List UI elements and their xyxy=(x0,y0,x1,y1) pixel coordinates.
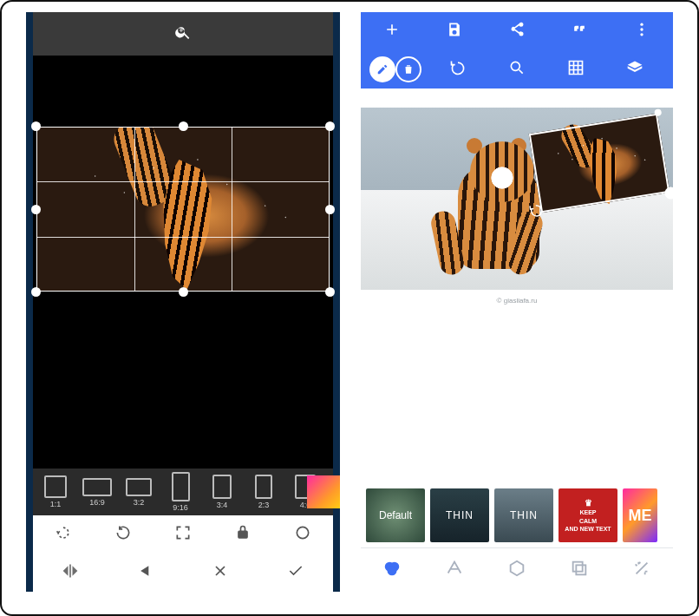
rotate-cw-icon[interactable] xyxy=(114,524,132,545)
preset-strip: Default THIN THIN ♛ KEEP CALM AND NEW TE… xyxy=(361,483,673,547)
rotate-ccw-icon[interactable] xyxy=(55,524,72,545)
crop-handle[interactable] xyxy=(31,287,41,297)
svg-point-0 xyxy=(297,527,309,538)
tab-magic[interactable] xyxy=(632,559,651,581)
ratio-option[interactable]: 3:2 xyxy=(120,478,158,507)
ratio-option[interactable]: 1:1 xyxy=(36,475,75,508)
ratio-extra-peek[interactable] xyxy=(307,475,340,508)
svg-point-1 xyxy=(640,23,643,26)
layers-icon[interactable] xyxy=(626,59,643,80)
watermark-text: © giasliafa.ru xyxy=(361,297,673,305)
share-icon[interactable] xyxy=(508,21,526,42)
cancel-button[interactable] xyxy=(212,562,229,583)
fullscreen-icon[interactable] xyxy=(174,524,192,545)
lock-icon[interactable] xyxy=(234,524,252,545)
svg-point-2 xyxy=(640,28,643,30)
shape-circle-icon[interactable] xyxy=(294,524,311,545)
flip-horizontal-icon[interactable] xyxy=(62,562,79,583)
svg-rect-8 xyxy=(573,562,583,572)
editor-canvas[interactable]: © giasliafa.ru xyxy=(361,88,673,483)
grid-icon[interactable] xyxy=(567,59,585,80)
crop-action-row xyxy=(33,554,333,592)
delete-icon[interactable] xyxy=(395,56,421,82)
right-top-toolbar xyxy=(361,12,673,50)
ratio-option[interactable]: 3:4 xyxy=(203,475,241,509)
aspect-ratio-strip: 1:1 16:9 3:2 9:16 3:4 2:3 4:6 xyxy=(33,469,333,515)
tab-filters[interactable] xyxy=(382,559,402,581)
tab-layers[interactable] xyxy=(570,559,589,581)
svg-point-3 xyxy=(640,33,643,36)
crop-handle[interactable] xyxy=(325,287,335,297)
zoom-icon[interactable] xyxy=(508,59,526,80)
confirm-button[interactable] xyxy=(287,562,304,583)
ratio-option[interactable]: 2:3 xyxy=(245,475,283,509)
crop-handle[interactable] xyxy=(325,205,335,214)
edit-mode-icon[interactable] xyxy=(369,56,395,82)
preset-item[interactable]: THIN xyxy=(430,488,489,542)
crop-handle[interactable] xyxy=(31,205,41,214)
save-icon[interactable] xyxy=(446,21,463,42)
preset-item[interactable]: ♛ KEEP CALM AND NEW TEXT xyxy=(559,488,617,542)
undo-icon[interactable] xyxy=(449,59,467,80)
tab-shape[interactable] xyxy=(507,559,526,581)
preset-item-peek[interactable]: ME xyxy=(623,488,657,542)
ratio-option[interactable]: 16:9 xyxy=(78,478,116,507)
svg-point-4 xyxy=(511,62,519,70)
crop-handle[interactable] xyxy=(179,287,188,297)
preset-item[interactable]: THIN xyxy=(494,488,553,542)
zoom-in-icon[interactable] xyxy=(174,23,192,44)
overlay-rotate-handle[interactable] xyxy=(527,202,545,220)
overflow-menu-icon[interactable] xyxy=(633,21,650,42)
screenshot: 1:1 16:9 3:2 9:16 3:4 2:3 4:6 xyxy=(0,0,699,616)
bottom-tabbar xyxy=(361,547,673,592)
crop-handle[interactable] xyxy=(325,121,335,131)
quote-icon[interactable] xyxy=(571,21,588,42)
crop-canvas[interactable] xyxy=(33,56,333,469)
ratio-option[interactable]: 9:16 xyxy=(161,472,199,512)
left-top-bar xyxy=(33,12,333,56)
crop-handle[interactable] xyxy=(31,121,41,131)
preset-item[interactable]: Default xyxy=(366,488,425,542)
crown-icon: ♛ xyxy=(585,498,592,508)
svg-rect-9 xyxy=(576,565,585,574)
right-sub-toolbar xyxy=(361,50,673,88)
tab-text[interactable] xyxy=(445,559,464,581)
svg-point-7 xyxy=(388,567,395,574)
add-icon[interactable] xyxy=(383,21,401,42)
left-app-frame: 1:1 16:9 3:2 9:16 3:4 2:3 4:6 xyxy=(26,12,340,592)
crop-handle[interactable] xyxy=(179,121,188,131)
back-step-icon[interactable] xyxy=(137,562,154,583)
crop-frame[interactable] xyxy=(36,127,330,292)
crop-tool-row xyxy=(33,515,333,554)
right-app-frame: © giasliafa.ru Default THIN THIN ♛ KEEP … xyxy=(361,12,673,592)
